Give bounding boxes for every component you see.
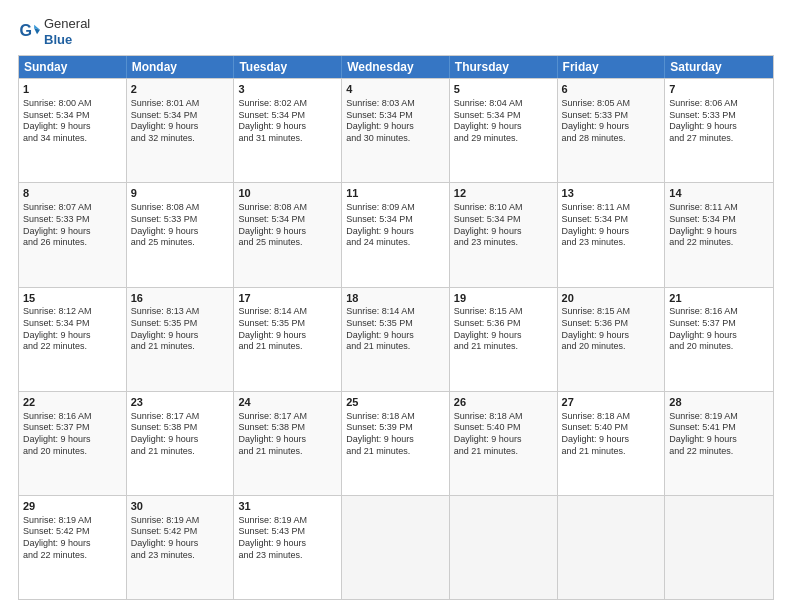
day-number: 10 [238, 186, 337, 201]
info-line: Sunset: 5:34 PM [454, 110, 521, 120]
cell-info: Sunrise: 8:09 AMSunset: 5:34 PMDaylight:… [346, 202, 445, 249]
info-line: Sunset: 5:34 PM [346, 110, 413, 120]
cell-info: Sunrise: 8:17 AMSunset: 5:38 PMDaylight:… [238, 411, 337, 458]
day-number: 28 [669, 395, 769, 410]
info-line: Sunset: 5:42 PM [23, 526, 90, 536]
info-line: Sunrise: 8:07 AM [23, 202, 92, 212]
table-row: 23Sunrise: 8:17 AMSunset: 5:38 PMDayligh… [127, 392, 235, 495]
table-row: 18Sunrise: 8:14 AMSunset: 5:35 PMDayligh… [342, 288, 450, 391]
table-row [342, 496, 450, 599]
cell-info: Sunrise: 8:19 AMSunset: 5:42 PMDaylight:… [131, 515, 230, 562]
info-line: Daylight: 9 hours [23, 226, 91, 236]
logo-icon: G [18, 21, 40, 43]
info-line: and 34 minutes. [23, 133, 87, 143]
cell-info: Sunrise: 8:06 AMSunset: 5:33 PMDaylight:… [669, 98, 769, 145]
info-line: and 25 minutes. [238, 237, 302, 247]
info-line: and 23 minutes. [131, 550, 195, 560]
day-number: 26 [454, 395, 553, 410]
cell-info: Sunrise: 8:19 AMSunset: 5:41 PMDaylight:… [669, 411, 769, 458]
day-number: 25 [346, 395, 445, 410]
cell-info: Sunrise: 8:18 AMSunset: 5:40 PMDaylight:… [562, 411, 661, 458]
cell-info: Sunrise: 8:19 AMSunset: 5:43 PMDaylight:… [238, 515, 337, 562]
info-line: Sunrise: 8:10 AM [454, 202, 523, 212]
info-line: Sunset: 5:34 PM [131, 110, 198, 120]
col-friday: Friday [558, 56, 666, 78]
table-row [665, 496, 773, 599]
info-line: Daylight: 9 hours [346, 226, 414, 236]
info-line: Daylight: 9 hours [238, 121, 306, 131]
info-line: and 21 minutes. [454, 446, 518, 456]
info-line: Sunset: 5:34 PM [562, 214, 629, 224]
table-row: 12Sunrise: 8:10 AMSunset: 5:34 PMDayligh… [450, 183, 558, 286]
info-line: Sunset: 5:33 PM [669, 110, 736, 120]
info-line: Sunrise: 8:18 AM [562, 411, 631, 421]
cell-info: Sunrise: 8:11 AMSunset: 5:34 PMDaylight:… [669, 202, 769, 249]
day-number: 20 [562, 291, 661, 306]
week-row-5: 29Sunrise: 8:19 AMSunset: 5:42 PMDayligh… [19, 495, 773, 599]
cell-info: Sunrise: 8:13 AMSunset: 5:35 PMDaylight:… [131, 306, 230, 353]
day-number: 21 [669, 291, 769, 306]
info-line: and 22 minutes. [669, 237, 733, 247]
info-line: Sunrise: 8:15 AM [454, 306, 523, 316]
table-row: 19Sunrise: 8:15 AMSunset: 5:36 PMDayligh… [450, 288, 558, 391]
cell-info: Sunrise: 8:00 AMSunset: 5:34 PMDaylight:… [23, 98, 122, 145]
day-number: 30 [131, 499, 230, 514]
info-line: Sunrise: 8:19 AM [238, 515, 307, 525]
info-line: Sunset: 5:35 PM [346, 318, 413, 328]
info-line: Daylight: 9 hours [454, 330, 522, 340]
day-number: 13 [562, 186, 661, 201]
info-line: Sunset: 5:33 PM [562, 110, 629, 120]
info-line: Daylight: 9 hours [23, 121, 91, 131]
table-row: 9Sunrise: 8:08 AMSunset: 5:33 PMDaylight… [127, 183, 235, 286]
info-line: Daylight: 9 hours [131, 434, 199, 444]
table-row: 1Sunrise: 8:00 AMSunset: 5:34 PMDaylight… [19, 79, 127, 182]
col-wednesday: Wednesday [342, 56, 450, 78]
table-row: 16Sunrise: 8:13 AMSunset: 5:35 PMDayligh… [127, 288, 235, 391]
table-row: 21Sunrise: 8:16 AMSunset: 5:37 PMDayligh… [665, 288, 773, 391]
info-line: Daylight: 9 hours [131, 226, 199, 236]
info-line: Sunrise: 8:14 AM [238, 306, 307, 316]
day-number: 9 [131, 186, 230, 201]
cell-info: Sunrise: 8:14 AMSunset: 5:35 PMDaylight:… [346, 306, 445, 353]
info-line: and 21 minutes. [131, 341, 195, 351]
info-line: Daylight: 9 hours [669, 121, 737, 131]
week-row-1: 1Sunrise: 8:00 AMSunset: 5:34 PMDaylight… [19, 78, 773, 182]
logo: G General Blue [18, 16, 90, 47]
info-line: Daylight: 9 hours [454, 434, 522, 444]
table-row [450, 496, 558, 599]
day-number: 5 [454, 82, 553, 97]
info-line: Daylight: 9 hours [346, 434, 414, 444]
info-line: Daylight: 9 hours [454, 226, 522, 236]
info-line: Sunrise: 8:00 AM [23, 98, 92, 108]
info-line: Sunset: 5:40 PM [454, 422, 521, 432]
col-saturday: Saturday [665, 56, 773, 78]
table-row: 14Sunrise: 8:11 AMSunset: 5:34 PMDayligh… [665, 183, 773, 286]
cell-info: Sunrise: 8:02 AMSunset: 5:34 PMDaylight:… [238, 98, 337, 145]
info-line: Sunrise: 8:19 AM [669, 411, 738, 421]
info-line: and 31 minutes. [238, 133, 302, 143]
day-number: 19 [454, 291, 553, 306]
cell-info: Sunrise: 8:12 AMSunset: 5:34 PMDaylight:… [23, 306, 122, 353]
table-row: 4Sunrise: 8:03 AMSunset: 5:34 PMDaylight… [342, 79, 450, 182]
table-row: 31Sunrise: 8:19 AMSunset: 5:43 PMDayligh… [234, 496, 342, 599]
day-number: 2 [131, 82, 230, 97]
info-line: Sunrise: 8:14 AM [346, 306, 415, 316]
info-line: Sunrise: 8:03 AM [346, 98, 415, 108]
week-row-2: 8Sunrise: 8:07 AMSunset: 5:33 PMDaylight… [19, 182, 773, 286]
info-line: Sunrise: 8:06 AM [669, 98, 738, 108]
info-line: and 22 minutes. [23, 341, 87, 351]
info-line: and 21 minutes. [131, 446, 195, 456]
info-line: Daylight: 9 hours [131, 538, 199, 548]
info-line: and 22 minutes. [669, 446, 733, 456]
info-line: and 30 minutes. [346, 133, 410, 143]
info-line: Sunset: 5:34 PM [454, 214, 521, 224]
info-line: Sunset: 5:34 PM [669, 214, 736, 224]
table-row: 29Sunrise: 8:19 AMSunset: 5:42 PMDayligh… [19, 496, 127, 599]
col-tuesday: Tuesday [234, 56, 342, 78]
info-line: Sunset: 5:33 PM [131, 214, 198, 224]
cell-info: Sunrise: 8:04 AMSunset: 5:34 PMDaylight:… [454, 98, 553, 145]
table-row: 11Sunrise: 8:09 AMSunset: 5:34 PMDayligh… [342, 183, 450, 286]
info-line: Sunrise: 8:11 AM [562, 202, 631, 212]
info-line: and 21 minutes. [562, 446, 626, 456]
info-line: Sunset: 5:33 PM [23, 214, 90, 224]
